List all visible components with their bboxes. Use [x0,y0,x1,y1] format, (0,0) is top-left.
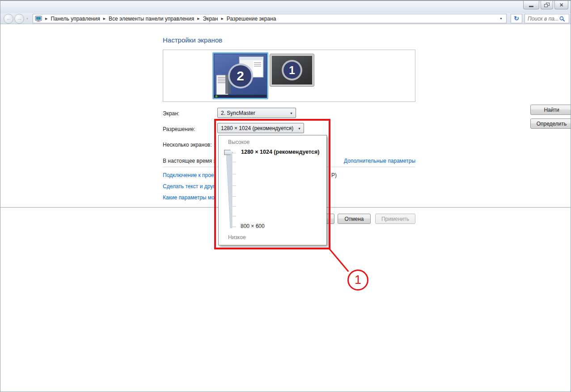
slider-tick [232,185,236,186]
breadcrumb-arrow-icon: ▶ [197,17,199,21]
title-bar: × [0,0,571,13]
breadcrumb-screen-resolution[interactable]: Разрешение экрана [227,16,276,22]
search-icon[interactable] [559,16,565,22]
breadcrumb-arrow-icon: ▶ [221,17,223,21]
monitor-1-number-badge: 1 [282,60,302,80]
resolution-slider-track[interactable] [226,152,233,229]
text-size-link[interactable]: Сделать текст и други [163,183,215,190]
monitor-2-thumbnail[interactable]: 2 [212,52,268,99]
slider-tick [232,162,236,162]
nav-history-chevron-icon[interactable]: ▼ [26,17,29,20]
monitor-params-link[interactable]: Какие параметры мон [163,194,215,201]
annotation-callout-badge: 1 [347,270,368,291]
resolution-label: Разрешение: [163,126,195,132]
cancel-button[interactable]: Отмена [338,214,371,224]
resolution-slider-panel: Высокое 1280 × 1024 (рекомендуется) 800 … [218,135,327,245]
close-button[interactable]: × [554,1,568,9]
close-icon: × [559,1,563,8]
address-dropdown-icon[interactable]: ▼ [498,17,504,20]
monitor-preview-box: 2 1 Найти Определить [163,50,415,102]
back-icon: ← [6,15,12,22]
slider-tick [232,196,236,197]
monitor-2-number-badge: 2 [228,63,253,89]
slider-tick [232,174,236,174]
low-label: Низкое [228,234,246,240]
recommended-resolution-value: 1280 × 1024 (рекомендуется) [241,149,319,155]
monitor-1-thumbnail[interactable]: 1 [270,54,314,86]
slider-tick [232,216,236,216]
apply-button[interactable]: Применить [375,214,415,224]
page-title: Настройки экранов [163,36,222,44]
breadcrumb-display[interactable]: Экран [203,16,218,22]
screen-label: Экран: [163,110,179,117]
breadcrumb-all-items[interactable]: Все элементы панели управления [109,16,194,22]
identify-button[interactable]: Определить [530,118,571,129]
minimize-icon [529,6,533,7]
navigation-bar: ← → ▼ ▶ Панель управления ▶ Все элементы… [0,13,571,24]
projector-link[interactable]: Подключение к прое [163,172,215,178]
slider-tick [232,206,236,207]
breadcrumb-arrow-icon: ▶ [45,17,47,21]
screen-select-value: 2. SyncMaster [221,110,255,116]
projector-link-fragment: P) [331,172,337,178]
slider-tick [232,227,236,227]
restore-button[interactable] [541,1,553,9]
forward-icon: → [17,15,22,22]
annotation-leader-line [329,249,349,272]
high-label: Высокое [228,139,250,145]
display-icon [35,16,42,22]
address-bar: ▶ Панель управления ▶ Все элементы панел… [33,14,507,23]
resolution-select[interactable]: 1280 × 1024 (рекомендуется) ▼ [217,123,304,133]
chevron-down-icon: ▼ [298,127,301,130]
breadcrumb-control-panel[interactable]: Панель управления [51,16,100,22]
search-box [524,14,569,23]
slider-tick [232,153,236,153]
restore-icon [544,3,550,7]
breadcrumb-arrow-icon: ▶ [103,17,106,21]
screen-select[interactable]: 2. SyncMaster ▼ [217,108,296,118]
resolution-select-value: 1280 × 1024 (рекомендуется) [221,125,293,131]
search-input[interactable] [525,16,558,22]
refresh-icon: ↻ [514,15,519,22]
multiple-screens-label: Несколько экранов: [163,142,212,148]
minimize-button[interactable] [523,1,539,9]
refresh-button[interactable]: ↻ [511,14,522,23]
window-controls: × [523,1,568,9]
screen-resolution-window: × ← → ▼ ▶ Панель управления ▶ Все элемен… [0,0,571,392]
advanced-settings-link[interactable]: Дополнительные параметры [344,158,415,164]
detect-button[interactable]: Найти [530,105,571,115]
low-resolution-value: 800 × 600 [241,223,265,229]
current-screen-text: В настоящее время э [163,158,215,164]
forward-button[interactable]: → [14,14,24,24]
chevron-down-icon: ▼ [290,112,293,115]
back-button[interactable]: ← [4,14,13,24]
